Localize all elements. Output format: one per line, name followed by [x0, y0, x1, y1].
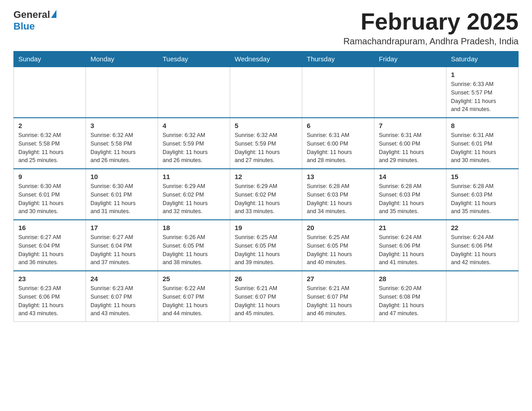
- calendar-cell-w3-d4: 20Sunrise: 6:25 AMSunset: 6:05 PMDayligh…: [302, 220, 374, 271]
- calendar-cell-w3-d0: 16Sunrise: 6:27 AMSunset: 6:04 PMDayligh…: [14, 220, 86, 271]
- logo-general-text: General: [13, 9, 50, 21]
- day-info: Sunrise: 6:21 AMSunset: 6:07 PMDaylight:…: [235, 284, 297, 318]
- calendar-cell-w0-d1: [86, 67, 158, 118]
- logo-triangle-icon: [51, 10, 56, 18]
- calendar-header: SundayMondayTuesdayWednesdayThursdayFrid…: [14, 51, 519, 67]
- day-number: 1: [451, 71, 514, 78]
- day-number: 22: [451, 224, 514, 231]
- day-info: Sunrise: 6:33 AMSunset: 5:57 PMDaylight:…: [451, 80, 514, 114]
- day-number: 23: [18, 275, 81, 283]
- calendar-cell-w3-d1: 17Sunrise: 6:27 AMSunset: 6:04 PMDayligh…: [86, 220, 158, 271]
- calendar-body: 1Sunrise: 6:33 AMSunset: 5:57 PMDaylight…: [14, 67, 519, 322]
- calendar-cell-w0-d4: [302, 67, 374, 118]
- calendar-cell-w1-d0: 2Sunrise: 6:32 AMSunset: 5:58 PMDaylight…: [14, 118, 86, 169]
- day-info: Sunrise: 6:22 AMSunset: 6:07 PMDaylight:…: [163, 284, 225, 318]
- calendar-cell-w2-d0: 9Sunrise: 6:30 AMSunset: 6:01 PMDaylight…: [14, 169, 86, 220]
- calendar-cell-w4-d1: 24Sunrise: 6:23 AMSunset: 6:07 PMDayligh…: [86, 271, 158, 322]
- calendar-cell-w0-d6: 1Sunrise: 6:33 AMSunset: 5:57 PMDaylight…: [446, 67, 519, 118]
- week-row-0: 1Sunrise: 6:33 AMSunset: 5:57 PMDaylight…: [14, 67, 519, 118]
- calendar-cell-w1-d4: 6Sunrise: 6:31 AMSunset: 6:00 PMDaylight…: [302, 118, 374, 169]
- day-number: 15: [451, 173, 514, 180]
- day-number: 16: [18, 224, 81, 231]
- day-number: 28: [379, 275, 442, 283]
- week-row-2: 9Sunrise: 6:30 AMSunset: 6:01 PMDaylight…: [14, 169, 519, 220]
- calendar-cell-w2-d5: 14Sunrise: 6:28 AMSunset: 6:03 PMDayligh…: [374, 169, 446, 220]
- day-number: 7: [379, 122, 442, 129]
- calendar-cell-w0-d0: [14, 67, 86, 118]
- day-number: 13: [307, 173, 369, 180]
- calendar-cell-w1-d3: 5Sunrise: 6:32 AMSunset: 5:59 PMDaylight…: [230, 118, 302, 169]
- day-info: Sunrise: 6:28 AMSunset: 6:03 PMDaylight:…: [307, 182, 369, 216]
- page-header: General Blue February 2025 Ramachandrapu…: [13, 9, 519, 47]
- calendar-cell-w3-d3: 19Sunrise: 6:25 AMSunset: 6:05 PMDayligh…: [230, 220, 302, 271]
- logo: General Blue: [13, 9, 56, 32]
- weekday-header-tuesday: Tuesday: [158, 51, 230, 67]
- calendar-cell-w3-d2: 18Sunrise: 6:26 AMSunset: 6:05 PMDayligh…: [158, 220, 230, 271]
- day-info: Sunrise: 6:27 AMSunset: 6:04 PMDaylight:…: [18, 233, 81, 267]
- day-info: Sunrise: 6:32 AMSunset: 5:59 PMDaylight:…: [235, 131, 297, 165]
- day-number: 8: [451, 122, 514, 129]
- calendar-cell-w4-d4: 27Sunrise: 6:21 AMSunset: 6:07 PMDayligh…: [302, 271, 374, 322]
- calendar-cell-w0-d2: [158, 67, 230, 118]
- day-info: Sunrise: 6:20 AMSunset: 6:08 PMDaylight:…: [379, 284, 442, 318]
- calendar-cell-w0-d3: [230, 67, 302, 118]
- weekday-header-sunday: Sunday: [14, 51, 86, 67]
- day-info: Sunrise: 6:25 AMSunset: 6:05 PMDaylight:…: [235, 233, 297, 267]
- day-info: Sunrise: 6:21 AMSunset: 6:07 PMDaylight:…: [307, 284, 369, 318]
- calendar-cell-w4-d2: 25Sunrise: 6:22 AMSunset: 6:07 PMDayligh…: [158, 271, 230, 322]
- day-number: 3: [90, 122, 153, 129]
- day-number: 25: [163, 275, 225, 283]
- title-section: February 2025 Ramachandrapuram, Andhra P…: [343, 9, 519, 47]
- calendar-cell-w4-d5: 28Sunrise: 6:20 AMSunset: 6:08 PMDayligh…: [374, 271, 446, 322]
- day-number: 2: [18, 122, 81, 129]
- day-number: 12: [235, 173, 297, 180]
- day-info: Sunrise: 6:27 AMSunset: 6:04 PMDaylight:…: [90, 233, 153, 267]
- day-info: Sunrise: 6:29 AMSunset: 6:02 PMDaylight:…: [163, 182, 225, 216]
- calendar-cell-w1-d2: 4Sunrise: 6:32 AMSunset: 5:59 PMDaylight…: [158, 118, 230, 169]
- day-info: Sunrise: 6:30 AMSunset: 6:01 PMDaylight:…: [18, 182, 81, 216]
- month-title: February 2025: [343, 9, 519, 34]
- calendar-cell-w3-d5: 21Sunrise: 6:24 AMSunset: 6:06 PMDayligh…: [374, 220, 446, 271]
- day-info: Sunrise: 6:31 AMSunset: 6:01 PMDaylight:…: [451, 131, 514, 165]
- calendar-cell-w1-d5: 7Sunrise: 6:31 AMSunset: 6:00 PMDaylight…: [374, 118, 446, 169]
- calendar-cell-w1-d1: 3Sunrise: 6:32 AMSunset: 5:58 PMDaylight…: [86, 118, 158, 169]
- day-info: Sunrise: 6:32 AMSunset: 5:58 PMDaylight:…: [18, 131, 81, 165]
- day-number: 5: [235, 122, 297, 129]
- day-info: Sunrise: 6:25 AMSunset: 6:05 PMDaylight:…: [307, 233, 369, 267]
- calendar-cell-w1-d6: 8Sunrise: 6:31 AMSunset: 6:01 PMDaylight…: [446, 118, 519, 169]
- calendar-cell-w0-d5: [374, 67, 446, 118]
- week-row-3: 16Sunrise: 6:27 AMSunset: 6:04 PMDayligh…: [14, 220, 519, 271]
- weekday-header-thursday: Thursday: [302, 51, 374, 67]
- week-row-1: 2Sunrise: 6:32 AMSunset: 5:58 PMDaylight…: [14, 118, 519, 169]
- day-number: 11: [163, 173, 225, 180]
- day-number: 17: [90, 224, 153, 231]
- day-number: 4: [163, 122, 225, 129]
- day-info: Sunrise: 6:29 AMSunset: 6:02 PMDaylight:…: [235, 182, 297, 216]
- day-number: 6: [307, 122, 369, 129]
- day-number: 24: [90, 275, 153, 283]
- day-number: 27: [307, 275, 369, 283]
- calendar-cell-w2-d6: 15Sunrise: 6:28 AMSunset: 6:03 PMDayligh…: [446, 169, 519, 220]
- day-info: Sunrise: 6:31 AMSunset: 6:00 PMDaylight:…: [307, 131, 369, 165]
- day-number: 21: [379, 224, 442, 231]
- day-info: Sunrise: 6:23 AMSunset: 6:06 PMDaylight:…: [18, 284, 81, 318]
- weekday-header-saturday: Saturday: [446, 51, 519, 67]
- day-info: Sunrise: 6:23 AMSunset: 6:07 PMDaylight:…: [90, 284, 153, 318]
- day-info: Sunrise: 6:28 AMSunset: 6:03 PMDaylight:…: [379, 182, 442, 216]
- day-info: Sunrise: 6:26 AMSunset: 6:05 PMDaylight:…: [163, 233, 225, 267]
- week-row-4: 23Sunrise: 6:23 AMSunset: 6:06 PMDayligh…: [14, 271, 519, 322]
- weekday-header-row: SundayMondayTuesdayWednesdayThursdayFrid…: [14, 51, 519, 67]
- weekday-header-wednesday: Wednesday: [230, 51, 302, 67]
- day-number: 19: [235, 224, 297, 231]
- day-number: 10: [90, 173, 153, 180]
- calendar-cell-w2-d1: 10Sunrise: 6:30 AMSunset: 6:01 PMDayligh…: [86, 169, 158, 220]
- day-info: Sunrise: 6:31 AMSunset: 6:00 PMDaylight:…: [379, 131, 442, 165]
- calendar-cell-w2-d2: 11Sunrise: 6:29 AMSunset: 6:02 PMDayligh…: [158, 169, 230, 220]
- weekday-header-friday: Friday: [374, 51, 446, 67]
- calendar-cell-w4-d0: 23Sunrise: 6:23 AMSunset: 6:06 PMDayligh…: [14, 271, 86, 322]
- weekday-header-monday: Monday: [86, 51, 158, 67]
- calendar-cell-w2-d4: 13Sunrise: 6:28 AMSunset: 6:03 PMDayligh…: [302, 169, 374, 220]
- calendar-table: SundayMondayTuesdayWednesdayThursdayFrid…: [13, 51, 519, 322]
- day-number: 9: [18, 173, 81, 180]
- day-info: Sunrise: 6:24 AMSunset: 6:06 PMDaylight:…: [451, 233, 514, 267]
